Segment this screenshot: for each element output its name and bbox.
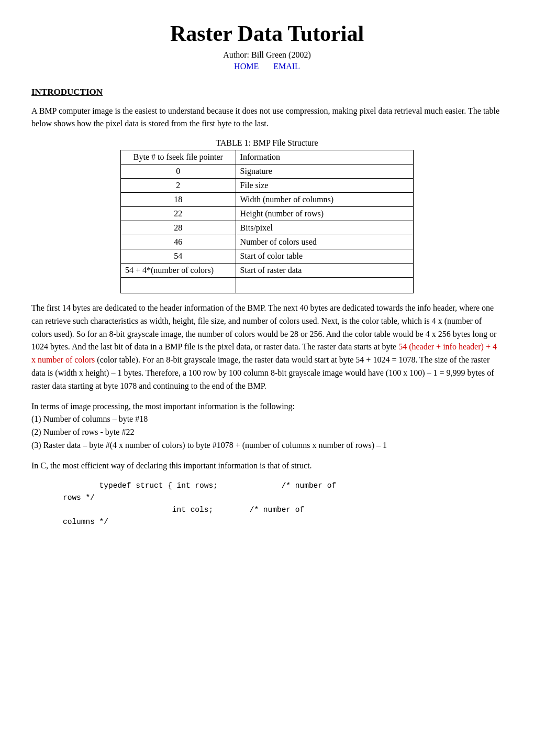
table-caption: TABLE 1: BMP File Structure — [120, 138, 414, 148]
home-link[interactable]: HOME — [234, 62, 259, 71]
bmp-table-container: TABLE 1: BMP File Structure Byte # to fs… — [120, 138, 414, 293]
list-intro: In terms of image processing, the most i… — [31, 400, 503, 413]
table-cell-byte-0: 0 — [121, 165, 236, 179]
introduction-heading: INTRODUCTION — [31, 87, 503, 97]
table-cell-byte-4: 28 — [121, 221, 236, 235]
table-row: 22 Height (number of rows) — [121, 207, 414, 221]
table-row: 18 Width (number of columns) — [121, 193, 414, 207]
list-item-2: (2) Number of rows - byte #22 — [31, 426, 503, 439]
table-cell-byte-3: 22 — [121, 207, 236, 221]
table-cell-info-4: Bits/pixel — [236, 221, 413, 235]
table-row: 54 + 4*(number of colors) Start of raste… — [121, 264, 414, 278]
table-cell-info-3: Height (number of rows) — [236, 207, 413, 221]
table-cell-info-0: Signature — [236, 165, 413, 179]
table-cell-byte-5: 46 — [121, 235, 236, 249]
table-row: 28 Bits/pixel — [121, 221, 414, 235]
code-block: typedef struct { int rows; /* number of … — [63, 480, 503, 529]
table-header-col1: Byte # to fseek file pointer — [121, 150, 236, 165]
table-header-col2: Information — [236, 150, 413, 165]
table-cell-empty-0 — [121, 278, 236, 293]
table-row: 54 Start of color table — [121, 249, 414, 264]
table-row: 46 Number of colors used — [121, 235, 414, 249]
table-cell-byte-1: 2 — [121, 179, 236, 193]
list-item-1: (1) Number of columns – byte #18 — [31, 413, 503, 426]
table-cell-byte-6: 54 — [121, 249, 236, 264]
list-section: In terms of image processing, the most i… — [31, 400, 503, 452]
page-title: Raster Data Tutorial — [31, 21, 503, 46]
table-row-empty — [121, 278, 414, 293]
links-line: HOME EMAIL — [31, 62, 503, 71]
bmp-file-structure-table: Byte # to fseek file pointer Information… — [120, 150, 414, 293]
table-cell-byte-7: 54 + 4*(number of colors) — [121, 264, 236, 278]
list-item-3: (3) Raster data – byte #(4 x number of c… — [31, 439, 503, 452]
table-row: 0 Signature — [121, 165, 414, 179]
table-cell-info-7: Start of raster data — [236, 264, 413, 278]
intro-paragraph: A BMP computer image is the easiest to u… — [31, 105, 503, 130]
table-cell-info-5: Number of colors used — [236, 235, 413, 249]
table-header-row: Byte # to fseek file pointer Information — [121, 150, 414, 165]
table-cell-info-1: File size — [236, 179, 413, 193]
email-link[interactable]: EMAIL — [273, 62, 300, 71]
table-cell-byte-2: 18 — [121, 193, 236, 207]
struct-intro-para: In C, the most efficient way of declarin… — [31, 459, 503, 473]
body-para-2: The first 14 bytes are dedicated to the … — [31, 302, 503, 393]
table-cell-info-6: Start of color table — [236, 249, 413, 264]
table-row: 2 File size — [121, 179, 414, 193]
table-cell-info-2: Width (number of columns) — [236, 193, 413, 207]
table-cell-empty-1 — [236, 278, 413, 293]
body-para-2-suffix: (color table). For an 8-bit grayscale im… — [31, 355, 494, 390]
author-line: Author: Bill Green (2002) — [31, 50, 503, 60]
